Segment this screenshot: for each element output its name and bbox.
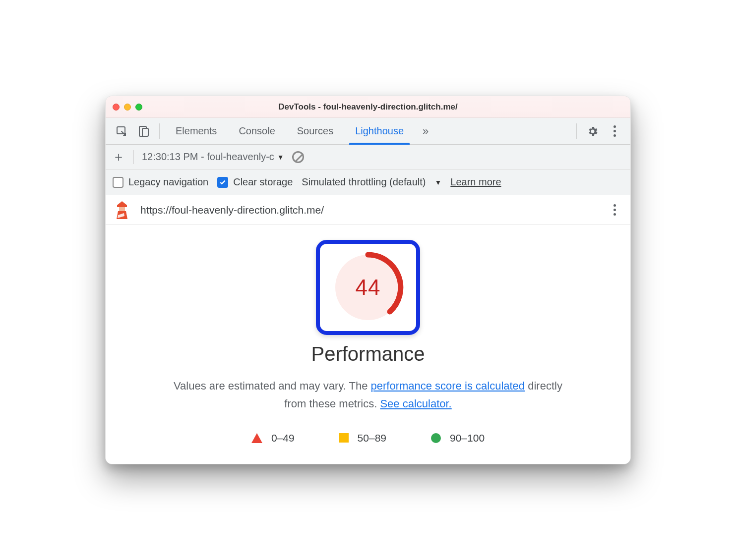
learn-more-link[interactable]: Learn more: [450, 176, 501, 188]
legend-label: 0–49: [271, 432, 295, 444]
tab-console[interactable]: Console: [229, 118, 285, 145]
legacy-navigation-label: Legacy navigation: [128, 176, 208, 188]
tab-sources[interactable]: Sources: [287, 118, 343, 145]
clear-storage-checkbox[interactable]: [217, 177, 228, 188]
see-calculator-link[interactable]: See calculator.: [380, 397, 451, 410]
device-toggle-icon[interactable]: [133, 121, 153, 141]
tabstrip: Elements Console Sources Lighthouse »: [106, 118, 630, 145]
inspect-element-icon[interactable]: [112, 121, 131, 141]
tab-label: Sources: [297, 125, 333, 137]
chevron-down-icon[interactable]: ▼: [434, 178, 441, 186]
tab-elements[interactable]: Elements: [166, 118, 227, 145]
legacy-navigation-option[interactable]: Legacy navigation: [113, 176, 208, 188]
report-select[interactable]: 12:30:13 PM - foul-heavenly-c ▼: [142, 151, 284, 163]
tab-label: Elements: [176, 125, 217, 137]
throttling-label: Simulated throttling (default): [302, 176, 426, 188]
svg-rect-2: [142, 128, 148, 136]
settings-gear-icon[interactable]: [583, 121, 603, 141]
desc-text: Values are estimated and may vary. The: [174, 380, 370, 392]
divider: [159, 123, 160, 139]
devtools-window: DevTools - foul-heavenly-direction.glitc…: [105, 96, 631, 464]
legend-average: 50–89: [339, 432, 386, 444]
lighthouse-toolbar: ＋ 12:30:13 PM - foul-heavenly-c ▼: [106, 145, 630, 169]
titlebar: DevTools - foul-heavenly-direction.glitc…: [106, 96, 630, 118]
tab-label: Lighthouse: [355, 125, 404, 137]
lighthouse-report: 44 Performance Values are estimated and …: [106, 225, 630, 463]
report-select-label: 12:30:13 PM - foul-heavenly-c: [142, 151, 274, 163]
traffic-lights: [113, 104, 142, 111]
legacy-navigation-checkbox[interactable]: [113, 177, 123, 188]
lighthouse-settings-bar: Legacy navigation Clear storage Simulate…: [106, 169, 630, 195]
svg-rect-4: [119, 207, 125, 211]
report-url: https://foul-heavenly-direction.glitch.m…: [140, 204, 324, 216]
score-calc-link[interactable]: performance score is calculated: [371, 380, 525, 392]
more-tabs-icon[interactable]: »: [416, 121, 435, 141]
divider: [133, 150, 134, 164]
new-report-button[interactable]: ＋: [112, 150, 125, 164]
score-highlight-frame: 44: [316, 240, 420, 335]
legend-label: 50–89: [358, 432, 386, 444]
more-menu-icon[interactable]: [605, 121, 624, 141]
svg-marker-3: [117, 201, 127, 207]
performance-score: 44: [331, 250, 405, 325]
chevron-down-icon: ▼: [277, 153, 284, 161]
report-url-bar: https://foul-heavenly-direction.glitch.m…: [106, 195, 630, 225]
legend-pass: 90–100: [431, 432, 485, 444]
divider: [576, 123, 577, 139]
window-title: DevTools - foul-heavenly-direction.glitc…: [106, 102, 630, 112]
performance-title: Performance: [125, 343, 611, 365]
performance-gauge: 44: [331, 250, 405, 325]
clear-all-icon[interactable]: [292, 151, 304, 163]
tab-label: Console: [239, 125, 275, 137]
throttling-select[interactable]: Simulated throttling (default): [302, 176, 426, 188]
circle-icon: [431, 433, 441, 443]
report-menu-icon[interactable]: [608, 203, 621, 217]
svg-rect-0: [117, 127, 125, 134]
legend-label: 90–100: [450, 432, 485, 444]
tab-lighthouse[interactable]: Lighthouse: [345, 118, 414, 145]
triangle-icon: [251, 433, 262, 443]
close-window-button[interactable]: [113, 104, 120, 111]
zoom-window-button[interactable]: [135, 104, 142, 111]
lighthouse-logo-icon: [115, 201, 129, 219]
minimize-window-button[interactable]: [124, 104, 131, 111]
square-icon: [339, 433, 349, 443]
performance-description: Values are estimated and may vary. The p…: [165, 377, 571, 412]
legend-fail: 0–49: [251, 432, 295, 444]
score-legend: 0–49 50–89 90–100: [125, 432, 611, 444]
clear-storage-option[interactable]: Clear storage: [217, 176, 293, 188]
clear-storage-label: Clear storage: [233, 176, 293, 188]
